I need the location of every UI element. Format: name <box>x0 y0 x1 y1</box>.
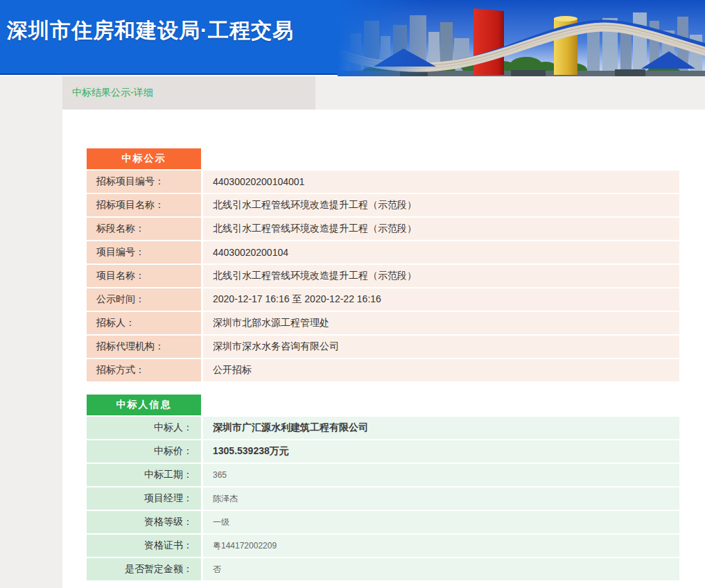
row-value: 北线引水工程管线环境改造提升工程（示范段） <box>203 218 679 240</box>
row-label: 招标项目编号： <box>87 171 201 193</box>
bid-announcement-section-title: 中标公示 <box>87 148 201 169</box>
table-row: 招标代理机构： 深圳市深水水务咨询有限公司 <box>87 336 679 358</box>
row-label: 招标方式： <box>87 359 201 381</box>
row-label: 项目名称： <box>87 265 201 287</box>
table-row: 资格证书： 粤144172002209 <box>87 535 679 557</box>
winner-info-table: 中标人： 深圳市广汇源水利建筑工程有限公司 中标价： 1305.539238万元… <box>87 417 679 580</box>
breadcrumb-label: 中标结果公示-详细 <box>72 87 153 99</box>
table-row: 项目名称： 北线引水工程管线环境改造提升工程（示范段） <box>87 265 679 287</box>
row-label: 公示时间： <box>87 288 201 311</box>
row-value: 1305.539238万元 <box>203 440 679 462</box>
row-label: 中标人： <box>87 417 201 439</box>
row-value: 44030020200104 <box>203 241 679 263</box>
header-cityscape-image <box>338 0 705 76</box>
row-label: 项目编号： <box>87 241 201 263</box>
row-value: 深圳市广汇源水利建筑工程有限公司 <box>203 417 679 439</box>
table-row: 招标人： 深圳市北部水源工程管理处 <box>87 312 679 334</box>
row-value: 北线引水工程管线环境改造提升工程（示范段） <box>203 265 679 287</box>
row-value: 公开招标 <box>203 359 679 381</box>
breadcrumb-band: 中标结果公示-详细 <box>62 76 705 110</box>
row-value: 2020-12-17 16:16 至 2020-12-22 16:16 <box>203 288 679 311</box>
table-row: 是否暂定金额： 否 <box>87 558 679 580</box>
table-row: 标段名称： 北线引水工程管线环境改造提升工程（示范段） <box>87 218 679 240</box>
breadcrumb-tab: 中标结果公示-详细 <box>62 76 315 110</box>
row-value: 陈泽杰 <box>203 487 679 510</box>
row-label: 是否暂定金额： <box>87 558 201 580</box>
main-content: 中标公示 招标项目编号： 44030020200104001 招标项目名称： 北… <box>62 110 705 588</box>
row-label: 项目经理： <box>87 487 201 510</box>
table-row: 中标人： 深圳市广汇源水利建筑工程有限公司 <box>87 417 679 439</box>
table-row: 招标方式： 公开招标 <box>87 359 679 381</box>
row-label: 标段名称： <box>87 218 201 240</box>
table-row: 项目经理： 陈泽杰 <box>87 487 679 510</box>
row-label: 招标项目名称： <box>87 194 201 216</box>
bid-announcement-section: 中标公示 招标项目编号： 44030020200104001 招标项目名称： 北… <box>87 148 679 381</box>
winner-info-section: 中标人信息 中标人： 深圳市广汇源水利建筑工程有限公司 中标价： 1305.53… <box>87 395 679 580</box>
table-row: 招标项目编号： 44030020200104001 <box>87 171 679 193</box>
row-label: 资格等级： <box>87 511 201 533</box>
row-value: 北线引水工程管线环境改造提升工程（示范段） <box>203 194 679 216</box>
row-value: 深圳市深水水务咨询有限公司 <box>203 336 679 358</box>
winner-info-section-title: 中标人信息 <box>87 395 201 415</box>
row-label: 资格证书： <box>87 535 201 557</box>
row-value: 否 <box>203 558 679 580</box>
row-value: 粤144172002209 <box>203 535 679 557</box>
row-value: 365 <box>203 464 679 486</box>
row-label: 招标代理机构： <box>87 336 201 358</box>
row-value: 深圳市北部水源工程管理处 <box>203 312 679 334</box>
table-row: 项目编号： 44030020200104 <box>87 241 679 263</box>
left-margin-strip <box>0 76 62 588</box>
table-row: 公示时间： 2020-12-17 16:16 至 2020-12-22 16:1… <box>87 288 679 311</box>
table-row: 中标工期： 365 <box>87 464 679 486</box>
bid-announcement-table: 招标项目编号： 44030020200104001 招标项目名称： 北线引水工程… <box>87 171 679 381</box>
site-title: 深圳市住房和建设局·工程交易 <box>7 17 294 45</box>
table-row: 资格等级： 一级 <box>87 511 679 533</box>
table-row: 招标项目名称： 北线引水工程管线环境改造提升工程（示范段） <box>87 194 679 216</box>
table-row: 中标价： 1305.539238万元 <box>87 440 679 462</box>
row-value: 44030020200104001 <box>203 171 679 193</box>
row-label: 中标工期： <box>87 464 201 486</box>
row-value: 一级 <box>203 511 679 533</box>
row-label: 中标价： <box>87 440 201 462</box>
row-label: 招标人： <box>87 312 201 334</box>
site-header: 深圳市住房和建设局·工程交易 <box>0 0 705 75</box>
page: 深圳市住房和建设局·工程交易 <box>0 0 705 588</box>
